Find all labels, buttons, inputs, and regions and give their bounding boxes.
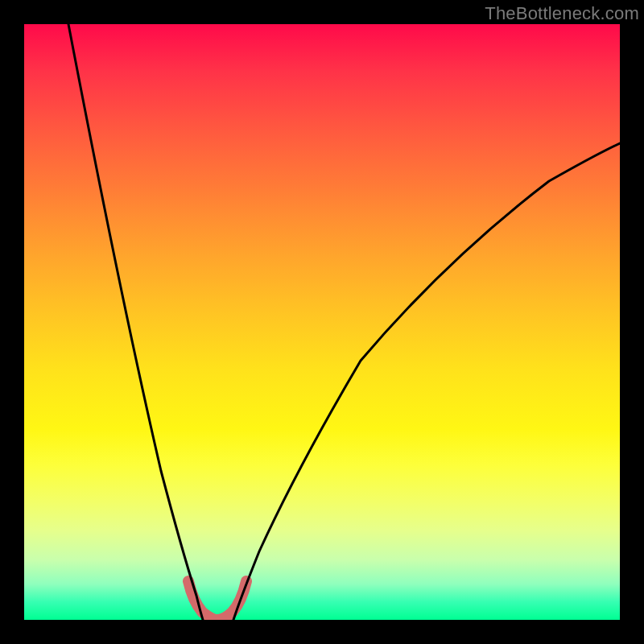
plot-area: [24, 24, 620, 620]
right-arm: [233, 143, 620, 620]
curve-layer: [24, 24, 620, 620]
left-arm: [68, 24, 203, 620]
watermark-text: TheBottleneck.com: [485, 3, 639, 24]
